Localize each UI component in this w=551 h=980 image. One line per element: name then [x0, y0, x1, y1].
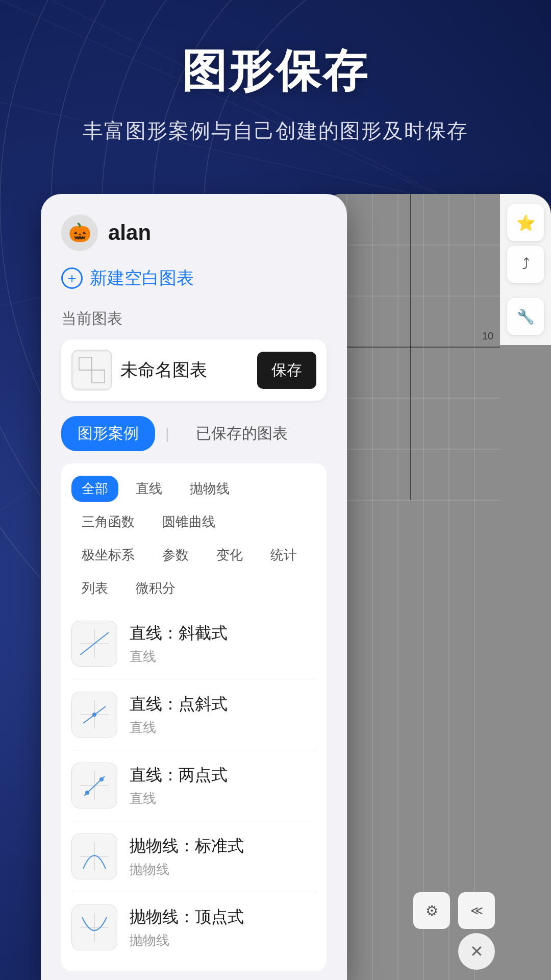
- item-info: 直线：斜截式 直线: [130, 622, 316, 666]
- filter-calculus[interactable]: 微积分: [126, 575, 186, 601]
- list-item[interactable]: 直线：两点式 直线: [71, 750, 316, 821]
- list-item[interactable]: 抛物线：顶点式 抛物线: [71, 892, 316, 963]
- card-container: 10 ⭐ ⤴ 🔧 ⚙ ≪ ✕ 🎃 alan: [41, 194, 551, 980]
- item-info: 抛物线：标准式 抛物线: [130, 835, 316, 878]
- filter-parabola[interactable]: 抛物线: [180, 476, 240, 502]
- main-title: 图形保存: [0, 41, 551, 102]
- item-title: 直线：点斜式: [130, 693, 316, 716]
- chart-name: 未命名图表: [120, 358, 249, 382]
- item-thumbnail: [71, 763, 117, 808]
- item-info: 直线：点斜式 直线: [130, 693, 316, 737]
- current-section-label: 当前图表: [61, 308, 327, 329]
- filter-polar[interactable]: 极坐标系: [71, 542, 145, 568]
- list-item[interactable]: 直线：斜截式 直线: [71, 608, 316, 679]
- share-icon[interactable]: ⤴: [507, 246, 544, 283]
- tab-saved[interactable]: 已保存的图表: [180, 416, 304, 451]
- graph-panel: 10 ⭐ ⤴ 🔧 ⚙ ≪ ✕: [321, 194, 551, 980]
- item-info: 直线：两点式 直线: [130, 764, 316, 807]
- tab-examples[interactable]: 图形案例: [61, 416, 155, 451]
- wrench-icon[interactable]: 🔧: [507, 298, 544, 335]
- filter-trig[interactable]: 三角函数: [71, 509, 145, 535]
- graph-grid: 10: [321, 194, 500, 980]
- filter-stats[interactable]: 统计: [260, 542, 307, 568]
- header-section: 图形保存 丰富图形案例与自己创建的图形及时保存: [0, 41, 551, 145]
- save-button[interactable]: 保存: [257, 352, 316, 389]
- avatar: 🎃: [61, 214, 98, 251]
- new-chart-button[interactable]: ＋ 新建空白图表: [61, 266, 327, 290]
- item-subtitle: 抛物线: [130, 861, 316, 878]
- list-item[interactable]: 直线：点斜式 直线: [71, 679, 316, 750]
- item-subtitle: 直线: [130, 648, 316, 666]
- close-icon[interactable]: ✕: [458, 933, 495, 970]
- main-card: 🎃 alan ＋ 新建空白图表 当前图表: [41, 194, 347, 980]
- item-thumbnail: [71, 904, 117, 950]
- item-title: 直线：斜截式: [130, 622, 316, 645]
- current-chart-card: 未命名图表 保存: [61, 339, 327, 401]
- filter-list[interactable]: 列表: [71, 575, 118, 601]
- chart-thumbnail: [71, 350, 112, 390]
- card-inner: 🎃 alan ＋ 新建空白图表 当前图表: [41, 194, 347, 980]
- filter-param[interactable]: 参数: [152, 542, 199, 568]
- graph-toolbar: ⭐ ⤴ 🔧: [500, 194, 551, 345]
- filter-tags-row2: 极坐标系 参数 变化 统计 列表 微积分: [71, 542, 316, 601]
- settings-icon[interactable]: ⚙: [413, 892, 450, 929]
- filter-all[interactable]: 全部: [71, 476, 118, 502]
- item-thumbnail: [71, 621, 117, 667]
- item-title: 抛物线：顶点式: [130, 906, 316, 928]
- tab-divider: |: [165, 425, 169, 443]
- collapse-icon[interactable]: ≪: [458, 892, 495, 929]
- filter-conic[interactable]: 圆锥曲线: [152, 509, 226, 535]
- svg-text:10: 10: [482, 330, 493, 341]
- new-chart-label: 新建空白图表: [90, 266, 194, 290]
- add-icon: ＋: [61, 267, 83, 289]
- item-title: 直线：两点式: [130, 764, 316, 787]
- svg-point-42: [92, 713, 96, 717]
- star-icon[interactable]: ⭐: [507, 204, 544, 241]
- svg-point-47: [85, 791, 89, 795]
- filter-tags-row1: 全部 直线 抛物线 三角函数 圆锥曲线: [71, 476, 316, 535]
- item-title: 抛物线：标准式: [130, 835, 316, 857]
- svg-point-48: [99, 777, 104, 781]
- username: alan: [108, 220, 151, 245]
- user-row: 🎃 alan: [61, 214, 327, 251]
- graph-bottom-btns: ⚙ ≪: [413, 892, 495, 929]
- item-subtitle: 直线: [130, 719, 316, 737]
- item-thumbnail: [71, 692, 117, 738]
- item-thumbnail: [71, 834, 117, 879]
- tabs-row: 图形案例 | 已保存的图表: [61, 416, 327, 451]
- item-subtitle: 抛物线: [130, 932, 316, 949]
- filter-panel: 全部 直线 抛物线 三角函数 圆锥曲线 极坐标系 参数 变化 统计 列表 微积分: [61, 463, 327, 971]
- filter-change[interactable]: 变化: [206, 542, 253, 568]
- filter-line[interactable]: 直线: [126, 476, 172, 502]
- item-info: 抛物线：顶点式 抛物线: [130, 906, 316, 949]
- sub-title: 丰富图形案例与自己创建的图形及时保存: [0, 117, 551, 145]
- list-item[interactable]: 抛物线：标准式 抛物线: [71, 821, 316, 892]
- item-subtitle: 直线: [130, 790, 316, 807]
